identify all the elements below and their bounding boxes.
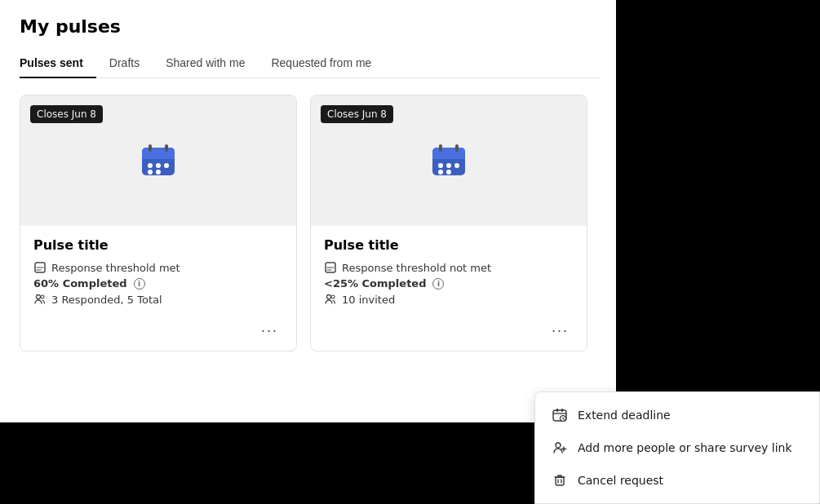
card-body: Pulse title Response threshold met 60% C…: [20, 226, 296, 316]
responded-row: 3 Responded, 5 Total: [33, 293, 283, 306]
completion-text: 60% Completed: [33, 277, 127, 290]
card-meta: Response threshold met 60% Completed i: [33, 261, 283, 306]
menu-label-extend-deadline: Extend deadline: [578, 409, 671, 422]
threshold-icon: [33, 261, 47, 274]
svg-point-7: [156, 170, 161, 175]
pulse-card[interactable]: Closes Jun 8 Pulse title: [310, 95, 587, 351]
threshold-row: Response threshold met: [33, 261, 283, 274]
tab-requested-from-me[interactable]: Requested from me: [258, 50, 384, 77]
svg-rect-15: [432, 154, 465, 159]
svg-rect-22: [455, 144, 459, 152]
svg-rect-2: [142, 154, 175, 159]
person-add-icon: [552, 440, 568, 456]
svg-point-18: [454, 163, 459, 168]
card-title: Pulse title: [33, 237, 283, 253]
more-options-button[interactable]: ···: [256, 321, 283, 341]
svg-point-25: [331, 295, 335, 298]
invited-text: 10 invited: [342, 294, 395, 306]
threshold-icon: [324, 261, 337, 274]
svg-rect-8: [148, 144, 152, 152]
menu-item-extend-deadline[interactable]: Extend deadline: [535, 399, 819, 431]
svg-point-5: [164, 163, 169, 168]
completion-row: <25% Completed i: [324, 277, 574, 290]
svg-rect-28: [561, 409, 563, 412]
threshold-text: Response threshold not met: [342, 262, 491, 274]
svg-point-17: [446, 163, 451, 168]
card-footer: ···: [311, 316, 587, 351]
info-icon[interactable]: i: [134, 278, 145, 290]
tab-pulses-sent[interactable]: Pulses sent: [20, 50, 96, 77]
svg-point-3: [148, 163, 153, 168]
menu-item-add-people[interactable]: Add more people or share survey link: [535, 431, 819, 464]
card-badge: Closes Jun 8: [30, 105, 103, 123]
card-footer: ···: [20, 316, 296, 351]
svg-point-24: [327, 295, 331, 299]
card-badge: Closes Jun 8: [321, 105, 393, 123]
svg-point-6: [148, 170, 153, 175]
trash-icon: [552, 472, 568, 489]
tab-shared-with-me[interactable]: Shared with me: [153, 50, 258, 77]
page-title: My pulses: [20, 16, 601, 37]
calendar-icon: [139, 141, 178, 180]
svg-point-20: [446, 170, 451, 175]
card-body: Pulse title Response threshold not met <…: [311, 226, 587, 316]
card-meta: Response threshold not met <25% Complete…: [324, 261, 574, 306]
svg-rect-9: [165, 144, 168, 152]
card-image-area: Closes Jun 8: [311, 95, 587, 226]
svg-rect-21: [439, 144, 442, 152]
context-menu: Extend deadline Add more people or share…: [534, 391, 820, 504]
svg-rect-27: [556, 409, 558, 412]
calendar-clock-icon: [552, 407, 568, 423]
bottom-overlay: [0, 422, 539, 504]
people-icon: [324, 293, 337, 306]
menu-label-cancel-request: Cancel request: [578, 474, 663, 487]
tab-drafts[interactable]: Drafts: [96, 50, 153, 77]
cards-grid: Closes Jun 8 Pulse title: [20, 95, 601, 351]
svg-point-4: [156, 163, 161, 168]
threshold-row: Response threshold not met: [324, 261, 574, 274]
tabs-nav: Pulses sent Drafts Shared with me Reques…: [20, 50, 601, 78]
svg-point-12: [41, 295, 44, 298]
responded-text: 3 Responded, 5 Total: [51, 294, 162, 306]
more-options-button[interactable]: ···: [547, 321, 574, 341]
menu-item-cancel-request[interactable]: Cancel request: [535, 464, 819, 497]
card-title: Pulse title: [324, 237, 574, 253]
svg-point-30: [556, 443, 561, 448]
calendar-icon: [429, 141, 468, 180]
card-image-area: Closes Jun 8: [20, 95, 296, 226]
svg-rect-31: [556, 477, 564, 485]
completion-text: <25% Completed: [324, 277, 426, 290]
threshold-text: Response threshold met: [51, 262, 180, 274]
people-icon: [33, 293, 47, 306]
info-icon[interactable]: i: [432, 278, 444, 290]
pulse-card[interactable]: Closes Jun 8 Pulse title: [20, 95, 297, 351]
svg-point-19: [438, 170, 443, 175]
svg-point-11: [37, 295, 41, 299]
invited-row: 10 invited: [324, 293, 574, 306]
svg-point-16: [438, 163, 443, 168]
menu-label-add-people: Add more people or share survey link: [578, 441, 792, 454]
completion-row: 60% Completed i: [33, 277, 283, 290]
